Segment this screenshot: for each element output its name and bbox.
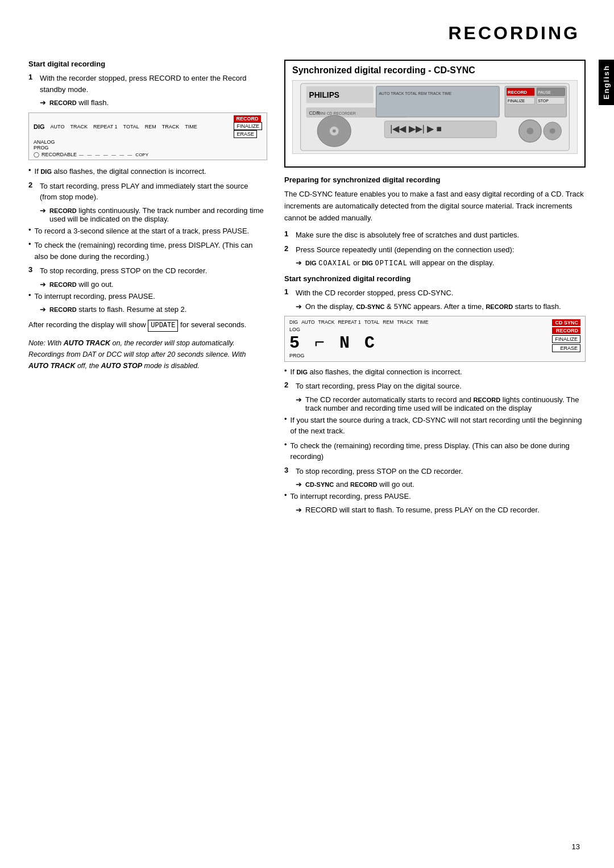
step-2-num: 2 — [28, 181, 36, 189]
step-3: 3 To stop recording, press STOP on the C… — [28, 265, 267, 277]
arrow-icon-rs4: ➔ — [296, 506, 302, 514]
recordable-label: RECORDABLE — [42, 152, 77, 157]
cdsync-disp-right-btns: CD SYNC RECORD FINALIZE ERASE — [552, 319, 580, 358]
arrow-icon-1: ➔ — [40, 98, 46, 107]
bullet-icon-r4: • — [284, 491, 287, 502]
prog-lbl-cdsync: PROG — [289, 353, 552, 358]
note-label: Note: With AUTO TRACK on, the recorder w… — [28, 339, 246, 370]
record-button-display: RECORD — [234, 115, 260, 122]
bullet-icon-1: • — [28, 166, 31, 177]
rem-label: REM — [145, 124, 156, 130]
bullet-2-text: To record a 3-second silence at the star… — [35, 226, 250, 237]
step-1-arrow: ➔ RECORD will flash. — [40, 98, 267, 107]
track2-label: TRACK — [162, 124, 180, 130]
arrow-icon-rs3: ➔ — [296, 480, 302, 489]
optical-text: OPTICAL — [375, 260, 408, 268]
step-1-arrow-text: RECORD will flash. — [49, 98, 109, 107]
bullet-1: • If DIG also flashes, the digital conne… — [28, 166, 267, 177]
repeat-label: REPEAT 1 — [93, 124, 118, 130]
step-2: 2 To start recording, press PLAY and imm… — [28, 181, 267, 203]
svg-text:|◀◀  ▶▶|  ▶  ■: |◀◀ ▶▶| ▶ ■ — [390, 124, 442, 133]
track-label: TRACK — [70, 124, 88, 130]
sync-box-title: Synchronized digital recording - CD-SYNC — [292, 65, 578, 76]
sync-mono-text: 5YNC — [393, 303, 411, 311]
after-text: After recording the display will show — [28, 320, 148, 329]
right-start-step-2-text: To start recording, press Play on the di… — [296, 381, 462, 392]
page-title: RECORDING — [28, 23, 586, 44]
bullet-icon-r3: • — [284, 440, 287, 462]
svg-text:AUTO  TRACK  TOTAL  REM  TRACK: AUTO TRACK TOTAL REM TRACK TIME — [379, 91, 452, 95]
bullet-2: • To record a 3-second silence at the st… — [28, 226, 267, 237]
cdsync-display-inner: DIG AUTO TRACK REPEAT 1 TOTAL REM TRACK … — [289, 319, 580, 358]
arrow-icon-rs1: ➔ — [296, 302, 302, 311]
svg-point-23 — [526, 128, 533, 135]
prep-heading: Preparing for synchronized digital recor… — [284, 176, 586, 184]
svg-text:STOP: STOP — [538, 99, 549, 103]
after-recording-text: After recording the display will show UP… — [28, 319, 267, 332]
arrow-icon-rs2: ➔ — [296, 395, 302, 404]
svg-text:MINI CD RECORDER: MINI CD RECORDER — [317, 111, 356, 115]
auto-label: AUTO — [51, 124, 65, 130]
right-column: English Synchronized digital recording -… — [284, 60, 586, 516]
svg-text:PHILIPS: PHILIPS — [309, 91, 339, 99]
device-svg: PHILIPS CDR MINI CD RECORDER AUTO TRACK … — [293, 81, 577, 153]
right-start-step-1-text: With the CD recorder stopped, press CD-S… — [296, 287, 453, 299]
update-text: UPDATE — [148, 320, 178, 332]
prep-text: The CD-SYNC feature enables you to make … — [284, 189, 586, 224]
device-image: PHILIPS CDR MINI CD RECORDER AUTO TRACK … — [292, 80, 578, 154]
right-start-step-4-arrow: ➔ RECORD will start to flash. To resume,… — [296, 506, 586, 514]
step-3-text: To stop recording, press STOP on the CD … — [40, 265, 207, 277]
recordable-row: ◯ RECORDABLE — — — — — — — COPY — [34, 152, 262, 157]
right-start-step-2: 2 To start recording, press Play on the … — [284, 381, 586, 392]
right-step-2-text: Press Source repeatedly until (depending… — [296, 244, 514, 256]
disc-icon: ◯ — [34, 152, 39, 157]
svg-text:RECORD: RECORD — [508, 90, 527, 95]
bullet-icon-4: • — [28, 291, 31, 302]
record-btn-cdsync: RECORD — [552, 327, 580, 334]
right-start-step-1: 1 With the CD recorder stopped, press CD… — [284, 287, 586, 299]
step-1-text: With the recorder stopped, press RECORD … — [40, 73, 267, 95]
right-step-2-arrow-text: DIG COAXIAL or DIG OPTICAL will appear o… — [305, 258, 494, 268]
total-label: TOTAL — [123, 124, 139, 130]
arrow-icon-r2: ➔ — [296, 258, 302, 267]
display-content-1: DIG AUTO TRACK REPEAT 1 TOTAL REM TRACK … — [34, 115, 262, 157]
step-4-arrow-text: RECORD starts to flash. Resume at step 2… — [49, 305, 186, 314]
section-heading-start-digital: Start digital recording — [28, 60, 267, 68]
right-bullet-1-text: If DIG also flashes, the digital connect… — [291, 366, 462, 378]
english-tab: English — [599, 60, 614, 105]
note-text: Note: With AUTO TRACK on, the recorder w… — [28, 337, 267, 372]
dig-lbl: DIG — [289, 319, 298, 325]
right-step-2-num: 2 — [284, 244, 292, 253]
right-start-step-4-arrow-text: RECORD will start to flash. To resume, p… — [305, 506, 540, 514]
step-3-arrow: ➔ RECORD will go out. — [40, 280, 267, 289]
bullet-4: • To interrupt recording, press PAUSE. — [28, 291, 267, 302]
page-number: 13 — [572, 842, 580, 851]
bullet-3: • To check the (remaining) recording tim… — [28, 240, 267, 262]
bullet-icon-2: • — [28, 226, 31, 237]
step-3-arrow-text: RECORD will go out. — [49, 280, 114, 289]
step-2-text: To start recording, press PLAY and immed… — [40, 181, 267, 203]
right-bullet-3-text: To check the (remaining) recording time,… — [291, 440, 586, 462]
svg-text:FINALIZE: FINALIZE — [508, 99, 525, 103]
cdsync-btn: CD SYNC — [552, 319, 580, 326]
arrow-icon-3: ➔ — [40, 280, 46, 289]
display-box-1: DIG AUTO TRACK REPEAT 1 TOTAL REM TRACK … — [28, 112, 267, 160]
right-start-step-2-num: 2 — [284, 381, 292, 389]
content-columns: Start digital recording 1 With the recor… — [28, 60, 586, 516]
finalize-btn-cdsync: FINALIZE — [552, 335, 580, 343]
right-start-step-1-arrow-text: On the display, CD-SYNC & 5YNC appears. … — [305, 302, 561, 311]
right-bullet-4-text: To interrupt recording, press PAUSE. — [291, 491, 411, 502]
right-start-step-3: 3 To stop recording, press STOP on the C… — [284, 466, 586, 477]
auto-lbl: AUTO — [301, 319, 314, 325]
dashes: — — — — — — — — [79, 152, 133, 157]
track-lbl: TRACK — [318, 319, 335, 325]
erase-button-display: ERASE — [234, 130, 257, 138]
step-3-num: 3 — [28, 265, 36, 274]
analog-label: ANALOG — [34, 139, 262, 145]
cdsync-display-box: DIG AUTO TRACK REPEAT 1 TOTAL REM TRACK … — [284, 316, 586, 362]
page: RECORDING Start digital recording 1 With… — [0, 0, 614, 868]
right-start-step-1-arrow: ➔ On the display, CD-SYNC & 5YNC appears… — [296, 302, 586, 311]
right-step-1-text: Make sure the disc is absolutely free of… — [296, 229, 519, 241]
svg-point-25 — [550, 128, 555, 134]
arrow-icon-2: ➔ — [40, 206, 46, 215]
